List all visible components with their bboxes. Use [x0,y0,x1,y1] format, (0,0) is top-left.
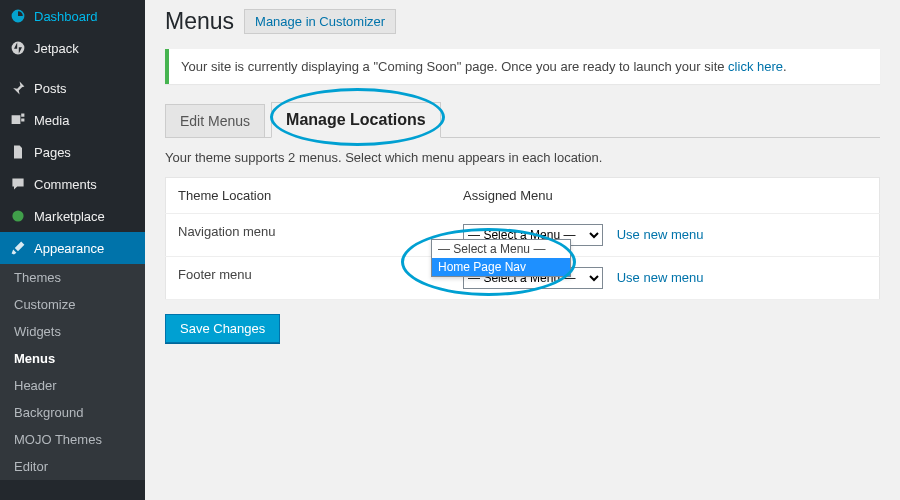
tab-manage-locations[interactable]: Manage Locations [271,102,441,138]
submenu-header[interactable]: Header [0,372,145,399]
submenu-background[interactable]: Background [0,399,145,426]
sidebar-item-label: Comments [34,177,97,192]
svg-point-0 [12,42,25,55]
pushpin-icon [10,80,26,96]
content-area: Menus Manage in Customizer Your site is … [145,0,900,500]
sidebar-item-posts[interactable]: Posts [0,72,145,104]
sidebar-item-appearance[interactable]: Appearance [0,232,145,264]
appearance-brush-icon [10,240,26,256]
location-name: Footer menu [166,257,452,300]
comments-icon [10,176,26,192]
location-name: Navigation menu [166,214,452,257]
admin-sidebar: Dashboard Jetpack Posts Media Pages Comm… [0,0,145,500]
dashboard-icon [10,8,26,24]
jetpack-icon [10,40,26,56]
sidebar-item-label: Posts [34,81,67,96]
sidebar-item-label: Marketplace [34,209,105,224]
media-icon [10,112,26,128]
menu-tabs: Edit Menus Manage Locations [165,102,880,138]
dropdown-option[interactable]: — Select a Menu — [432,240,570,258]
submenu-themes[interactable]: Themes [0,264,145,291]
submenu-editor[interactable]: Editor [0,453,145,480]
marketplace-icon [10,208,26,224]
manage-in-customizer-link[interactable]: Manage in Customizer [244,9,396,34]
submenu-menus[interactable]: Menus [0,345,145,372]
page-title: Menus [165,8,234,35]
sidebar-item-label: Dashboard [34,9,98,24]
sidebar-item-comments[interactable]: Comments [0,168,145,200]
submenu-customize[interactable]: Customize [0,291,145,318]
save-changes-button[interactable]: Save Changes [165,314,280,343]
dropdown-option[interactable]: Home Page Nav [432,258,570,276]
pages-icon [10,144,26,160]
instructions-text: Your theme supports 2 menus. Select whic… [165,150,880,165]
sidebar-item-jetpack[interactable]: Jetpack [0,32,145,64]
sidebar-item-label: Media [34,113,69,128]
coming-soon-notice: Your site is currently displaying a "Com… [165,49,880,84]
sidebar-item-dashboard[interactable]: Dashboard [0,0,145,32]
sidebar-item-label: Appearance [34,241,104,256]
sidebar-item-label: Jetpack [34,41,79,56]
sidebar-item-media[interactable]: Media [0,104,145,136]
notice-click-here-link[interactable]: click here [728,59,783,74]
tab-edit-menus[interactable]: Edit Menus [165,104,265,137]
sidebar-item-pages[interactable]: Pages [0,136,145,168]
sidebar-item-label: Pages [34,145,71,160]
svg-point-1 [12,210,23,221]
sidebar-item-marketplace[interactable]: Marketplace [0,200,145,232]
th-theme-location: Theme Location [166,178,452,214]
appearance-submenu: Themes Customize Widgets Menus Header Ba… [0,264,145,480]
notice-text-after: . [783,59,787,74]
submenu-widgets[interactable]: Widgets [0,318,145,345]
use-new-menu-link[interactable]: Use new menu [617,270,704,285]
notice-text: Your site is currently displaying a "Com… [181,59,728,74]
submenu-mojo-themes[interactable]: MOJO Themes [0,426,145,453]
use-new-menu-link[interactable]: Use new menu [617,227,704,242]
assigned-menu-dropdown-open: — Select a Menu — Home Page Nav [431,239,571,277]
th-assigned-menu: Assigned Menu [451,178,879,214]
